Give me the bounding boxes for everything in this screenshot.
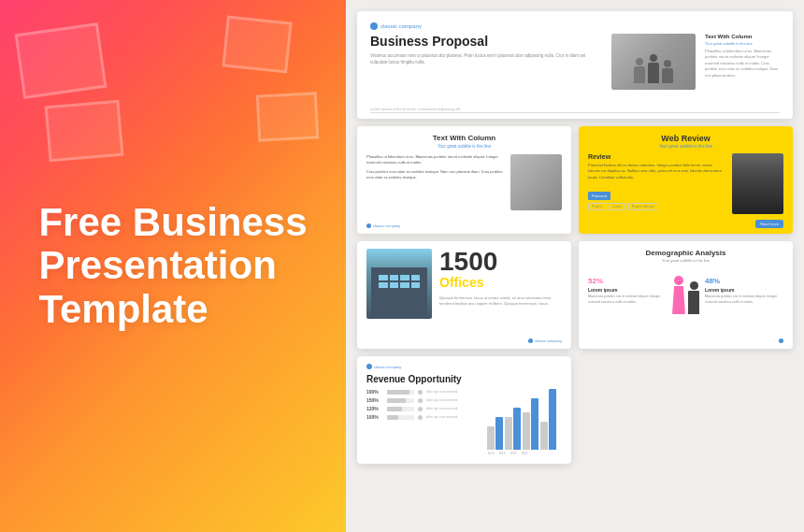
slide2-logo-dot bbox=[366, 223, 371, 228]
slide3-tag-3: Project delivery bbox=[628, 203, 658, 210]
slide5-title: Demographic Analysis bbox=[588, 249, 783, 257]
frame-decoration-1 bbox=[15, 22, 108, 99]
slide6-bar-bg-2 bbox=[387, 398, 414, 403]
slide2-subtitle: Your great subtitle is this line bbox=[366, 144, 562, 149]
slides-panel: classic company Business Proposal Vivamu… bbox=[346, 0, 804, 532]
slide5-col-female: 52% Lorem ipsum Maecenas porttitor nisi … bbox=[588, 277, 667, 305]
window-1 bbox=[379, 275, 388, 280]
bar-group-1 bbox=[487, 417, 503, 450]
logo-dot bbox=[370, 22, 378, 30]
slide5-col2-title: Lorem ipsum bbox=[705, 287, 783, 293]
window-5 bbox=[379, 282, 388, 288]
slide3-footer: Read more bbox=[755, 220, 783, 228]
person-female-icon bbox=[672, 276, 685, 314]
slide6-year-4: 100% bbox=[366, 414, 383, 420]
slide1-image-inner bbox=[611, 34, 696, 90]
bar-4-gray bbox=[540, 422, 548, 450]
slide5-col2-text: Maecenas porttitor nisi et molestie aliq… bbox=[705, 295, 783, 305]
slide-business-proposal: classic company Business Proposal Vivamu… bbox=[357, 11, 793, 119]
window-2 bbox=[390, 275, 399, 280]
slide6-row-2: 150% dolor qui cum serenat bbox=[366, 397, 480, 403]
slide6-row-3: 120% dolor qui cum serenat bbox=[366, 406, 480, 411]
slide2-text-left: Phasellus ut bibendum ut ex. Maecenas po… bbox=[366, 154, 503, 210]
slide5-col1-text: Maecenas porttitor nisi et molestie aliq… bbox=[588, 295, 667, 305]
bar-1-gray bbox=[487, 426, 495, 450]
slide5-col-male: 48% Lorem ipsum Maecenas porttitor nisi … bbox=[705, 277, 783, 305]
slide4-text: 1500 Offices Quisque fermentum, lacus ut… bbox=[439, 249, 562, 328]
slide6-row-text-3: dolor qui cum serenat bbox=[426, 407, 480, 410]
slide4-logo-dot bbox=[528, 338, 533, 343]
slide6-row-text-2: dolor qui cum serenat bbox=[426, 398, 480, 402]
slide5-percent-female: 52% bbox=[588, 277, 667, 285]
slide6-dot-2 bbox=[418, 398, 423, 403]
bar-label-3: 2020 bbox=[510, 452, 517, 455]
window-8 bbox=[411, 282, 421, 288]
slide3-review-title: Review bbox=[588, 153, 725, 160]
frame-decoration-4 bbox=[256, 92, 320, 141]
window-7 bbox=[400, 282, 409, 288]
slide4-footer: classic company bbox=[366, 338, 562, 343]
bar-3-gray bbox=[523, 412, 530, 450]
frame-decoration-2 bbox=[45, 100, 124, 163]
people-group bbox=[634, 41, 673, 83]
slide1-text-column: Text With Column Your great subtitle is … bbox=[705, 34, 780, 90]
bar-group-4 bbox=[540, 389, 556, 450]
person2 bbox=[648, 54, 659, 83]
slide5-percent-male: 48% bbox=[705, 277, 783, 285]
left-panel: Free Business Presentation Template bbox=[0, 0, 346, 532]
window-4 bbox=[411, 275, 421, 280]
slide1-left: Business Proposal Vivamus accumsan nost … bbox=[370, 34, 602, 90]
person-male-icon bbox=[688, 281, 699, 314]
person3 bbox=[662, 60, 673, 83]
hero-line2: Presentation bbox=[38, 244, 307, 287]
slide3-person-image bbox=[732, 153, 783, 214]
slide6-bar-fill-1 bbox=[387, 390, 409, 395]
building-shape bbox=[371, 267, 427, 319]
bar-4-blue bbox=[549, 389, 556, 450]
slide4-logo: classic company bbox=[528, 338, 562, 343]
slide5-content: 52% Lorem ipsum Maecenas porttitor nisi … bbox=[588, 267, 783, 314]
slide-revenue: classic company Revenue Opportunity 190%… bbox=[357, 356, 571, 464]
slide6-logo: classic company bbox=[366, 364, 401, 369]
slide6-bar-fill-2 bbox=[387, 398, 406, 403]
person1 bbox=[634, 58, 645, 83]
slide5-subtitle: Your great subtitle is this line bbox=[588, 258, 783, 263]
slide3-title: Web Review bbox=[588, 134, 783, 143]
slide4-desc: Quisque fermentum, lacus ut ornare matti… bbox=[439, 295, 562, 308]
slide1-footer-line bbox=[370, 112, 780, 113]
slide3-subtitle: Your great subtitle is this line bbox=[588, 144, 783, 149]
slide6-row-text-4: dolor qui cum serenat bbox=[426, 415, 480, 419]
slide5-footer bbox=[588, 338, 783, 343]
slide6-row-1: 190% dolor qui cum serenat bbox=[366, 389, 480, 395]
slide4-building-image bbox=[366, 249, 432, 319]
slide3-read-more-btn[interactable]: Read more bbox=[755, 220, 783, 228]
slide3-text: Praesent facilisis elit eu dictum interd… bbox=[588, 163, 725, 180]
slide4-offices-label: Offices bbox=[439, 275, 562, 290]
slide-text-column: Text With Column Your great subtitle is … bbox=[357, 126, 571, 234]
bar-group-2 bbox=[505, 408, 521, 450]
slide-web-review: Web Review Your great subtitle is this l… bbox=[579, 126, 793, 234]
slide3-content: Review Praesent facilisis elit eu dictum… bbox=[588, 153, 783, 214]
slide6-dot-1 bbox=[418, 390, 423, 395]
slide1-subtitle: Vivamus accumsan nost ut placerat ulco p… bbox=[370, 53, 602, 66]
bar-chart-labels: 2018 2019 2020 2021 bbox=[487, 452, 556, 455]
slide4-number: 1500 bbox=[439, 249, 562, 275]
slide1-title: Business Proposal bbox=[370, 34, 602, 50]
slide3-person bbox=[732, 153, 783, 214]
slide2-content: Phasellus ut bibendum ut ex. Maecenas po… bbox=[366, 154, 562, 210]
slide6-bar-bg-4 bbox=[387, 415, 414, 420]
slide6-content: 190% dolor qui cum serenat 150% dolor qu… bbox=[366, 389, 562, 455]
slide5-persons bbox=[672, 267, 699, 314]
slide6-year-1: 190% bbox=[366, 389, 383, 395]
slide-offices: 1500 Offices Quisque fermentum, lacus ut… bbox=[357, 241, 571, 349]
bar-label-1: 2018 bbox=[487, 452, 495, 455]
bar-3-blue bbox=[531, 398, 538, 450]
bar-chart bbox=[487, 389, 556, 450]
slide3-tag-2: Lorem bbox=[609, 203, 625, 210]
bar-2-gray bbox=[505, 417, 512, 450]
slide3-highlight: Praesent bbox=[588, 192, 610, 200]
bar-label-2: 2019 bbox=[498, 452, 506, 455]
slide3-tag-1: Project bbox=[588, 203, 606, 210]
bar-group-3 bbox=[523, 398, 538, 450]
slide6-dot-4 bbox=[418, 415, 423, 420]
